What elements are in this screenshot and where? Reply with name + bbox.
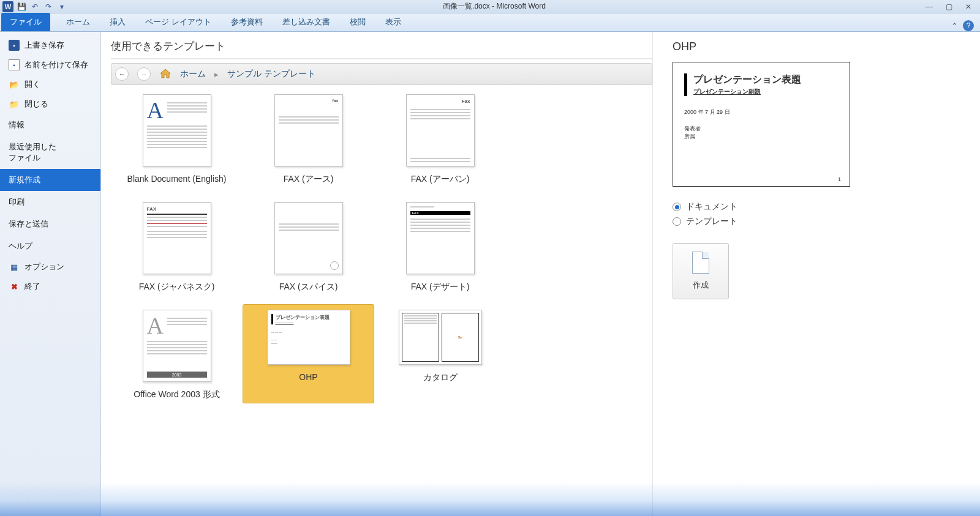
breadcrumb-home[interactable]: ホーム <box>180 69 206 80</box>
nav-save[interactable]: ▪上書き保存 <box>0 36 100 55</box>
preview-title: OHP <box>673 40 957 53</box>
template-catalog[interactable]: 🐎 カタログ <box>374 304 506 403</box>
qat-dropdown-icon[interactable]: ▾ <box>56 1 67 12</box>
preview-pane: OHP プレゼンテーション表題 プレゼンテーション副題 2000 年 7 月 2… <box>652 32 980 516</box>
template-fax-urban[interactable]: Fax FAX (アーバン) <box>374 89 506 188</box>
template-label: FAX (スパイス) <box>279 282 338 293</box>
tab-layout[interactable]: ページ レイアウト <box>135 13 221 31</box>
save-icon[interactable]: 💾 <box>16 1 27 12</box>
template-thumbnail: Fax <box>406 94 475 166</box>
tab-home[interactable]: ホーム <box>56 13 100 31</box>
backstage: ▪上書き保存 ▪名前を付けて保存 📂開く 📁閉じる 情報 最近使用した ファイル… <box>0 32 980 516</box>
gallery-grid: A Blank Document (English) fax FAX (アース) <box>111 88 652 403</box>
radio-document[interactable]: ドキュメント <box>673 201 957 212</box>
ribbon-collapse-icon[interactable]: ⌃ <box>951 21 958 31</box>
quick-access-toolbar: W 💾 ↶ ↷ ▾ <box>0 1 67 12</box>
template-label: FAX (ジャパネスク) <box>139 282 215 293</box>
template-blank-english[interactable]: A Blank Document (English) <box>111 89 243 188</box>
options-icon: ▦ <box>9 261 20 272</box>
redo-icon[interactable]: ↷ <box>43 1 54 12</box>
backstage-main: 使用できるテンプレート ← → ホーム ▸ サンプル テンプレート ▲ <box>101 32 980 516</box>
folder-close-icon: 📁 <box>9 99 20 110</box>
pane-title: 使用できるテンプレート <box>111 39 652 58</box>
nav-help[interactable]: ヘルプ <box>0 235 100 257</box>
folder-open-icon: 📂 <box>9 79 20 90</box>
app-name: Microsoft Word <box>496 2 545 10</box>
template-thumbnail: FAX <box>143 202 211 274</box>
template-label: Office Word 2003 形式 <box>134 389 219 400</box>
preview-thumbnail: プレゼンテーション表題 プレゼンテーション副題 2000 年 7 月 29 日 … <box>673 62 850 187</box>
create-button[interactable]: 作成 <box>673 243 729 299</box>
template-word2003[interactable]: A 2003 Office Word 2003 形式 <box>111 304 243 403</box>
breadcrumb: ← → ホーム ▸ サンプル テンプレート <box>111 63 652 85</box>
nav-options[interactable]: ▦オプション <box>0 257 100 277</box>
nav-exit[interactable]: ✖終了 <box>0 277 100 296</box>
tab-references[interactable]: 参考資料 <box>221 13 273 31</box>
backstage-nav: ▪上書き保存 ▪名前を付けて保存 📂開く 📁閉じる 情報 最近使用した ファイル… <box>0 32 101 516</box>
template-label: FAX (アース) <box>284 174 334 185</box>
maximize-icon[interactable]: ▢ <box>941 1 957 12</box>
nav-saveas[interactable]: ▪名前を付けて保存 <box>0 55 100 75</box>
nav-share[interactable]: 保存と送信 <box>0 213 100 235</box>
exit-icon: ✖ <box>9 281 20 292</box>
undo-icon[interactable]: ↶ <box>29 1 40 12</box>
template-label: FAX (デザート) <box>411 282 470 293</box>
template-thumbnail: プレゼンテーション表題 ――――― ― ― ― ―――― <box>267 310 350 365</box>
nav-info[interactable]: 情報 <box>0 114 100 136</box>
help-icon[interactable]: ? <box>963 20 974 31</box>
slide-author: 発表者 所属 <box>684 125 839 141</box>
template-fax-japanesque[interactable]: FAX FAX (ジャパネスク) <box>111 196 243 296</box>
close-icon[interactable]: ✕ <box>960 1 976 12</box>
template-fax-earth[interactable]: fax FAX (アース) <box>243 89 374 188</box>
template-thumbnail: 🐎 <box>399 310 482 365</box>
slide-date: 2000 年 7 月 29 日 <box>684 108 839 116</box>
chevron-right-icon: ▸ <box>214 70 219 79</box>
create-label: 作成 <box>693 280 709 291</box>
breadcrumb-sample[interactable]: サンプル テンプレート <box>227 69 315 80</box>
slide-page-number: 1 <box>838 176 841 182</box>
breadcrumb-forward-icon[interactable]: → <box>137 67 151 81</box>
template-fax-spice[interactable]: FAX (スパイス) <box>243 196 374 296</box>
template-label: Blank Document (English) <box>127 174 227 184</box>
tab-view[interactable]: 表示 <box>375 13 411 31</box>
window-title: 画像一覧.docx - Microsoft Word <box>67 1 921 12</box>
template-thumbnail: A <box>143 94 211 166</box>
tab-review[interactable]: 校閲 <box>340 13 375 31</box>
tab-file[interactable]: ファイル <box>1 13 50 31</box>
nav-print[interactable]: 印刷 <box>0 191 100 213</box>
document-name: 画像一覧.docx <box>443 2 490 10</box>
breadcrumb-back-icon[interactable]: ← <box>115 67 129 81</box>
template-fax-desert[interactable]: FAX FAX (デザート) <box>374 196 506 296</box>
radio-template[interactable]: テンプレート <box>673 216 957 227</box>
divider <box>111 58 652 59</box>
slide-title: プレゼンテーション表題 <box>693 73 839 86</box>
nav-open[interactable]: 📂開く <box>0 75 100 94</box>
tab-insert[interactable]: 挿入 <box>100 13 135 31</box>
ribbon-tabs: ファイル ホーム 挿入 ページ レイアウト 参考資料 差し込み文書 校閲 表示 … <box>0 13 980 32</box>
gallery-pane: 使用できるテンプレート ← → ホーム ▸ サンプル テンプレート ▲ <box>101 32 652 516</box>
nav-close[interactable]: 📁閉じる <box>0 94 100 114</box>
template-thumbnail: A 2003 <box>143 310 211 382</box>
template-label: FAX (アーバン) <box>411 174 470 185</box>
template-thumbnail <box>274 202 343 274</box>
word-logo-icon: W <box>2 1 13 12</box>
slide-subtitle: プレゼンテーション副題 <box>693 88 839 96</box>
template-ohp[interactable]: プレゼンテーション表題 ――――― ― ― ― ―――― OHP <box>243 304 374 403</box>
floppy-saveas-icon: ▪ <box>9 59 20 70</box>
radio-icon <box>673 217 681 226</box>
new-page-icon <box>692 252 709 274</box>
create-as-radios: ドキュメント テンプレート <box>673 201 957 227</box>
minimize-icon[interactable]: — <box>921 1 937 12</box>
nav-new[interactable]: 新規作成 <box>0 169 100 191</box>
radio-icon <box>673 203 681 211</box>
floppy-icon: ▪ <box>9 40 20 51</box>
template-thumbnail: FAX <box>406 202 475 274</box>
window-controls: — ▢ ✕ <box>921 1 980 12</box>
titlebar: W 💾 ↶ ↷ ▾ 画像一覧.docx - Microsoft Word — ▢… <box>0 0 980 13</box>
home-icon[interactable] <box>159 68 172 79</box>
nav-recent[interactable]: 最近使用した ファイル <box>0 136 100 169</box>
tab-mailings[interactable]: 差し込み文書 <box>273 13 340 31</box>
gallery-scroll: ▲ A Blank Document (English) fax <box>111 88 652 516</box>
template-thumbnail: fax <box>274 94 343 166</box>
template-label: カタログ <box>423 372 458 383</box>
